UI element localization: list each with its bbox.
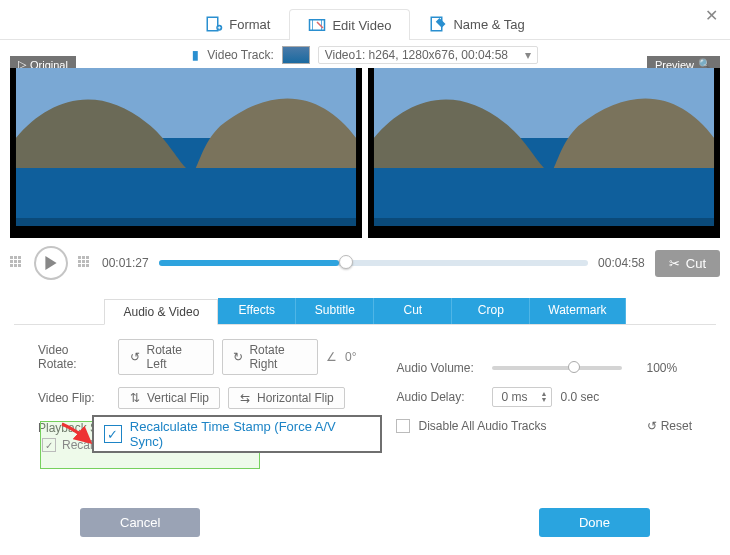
callout-checkbox[interactable]: ✓ [104,425,122,443]
tab-name-tag[interactable]: Name & Tag [410,8,543,39]
horizontal-flip-text: Horizontal Flip [257,391,334,405]
video-track-dropdown[interactable]: Video1: h264, 1280x676, 00:04:58 ▾ [318,46,538,64]
rotate-left-button[interactable]: ↺Rotate Left [118,339,214,375]
original-preview [10,68,362,238]
video-track-info: Video1: h264, 1280x676, 00:04:58 [325,48,508,62]
edited-preview [368,68,720,238]
cut-button[interactable]: ✂ Cut [655,250,720,277]
disable-audio-checkbox[interactable] [396,419,410,433]
done-button[interactable]: Done [539,508,650,537]
seek-knob[interactable] [339,255,353,269]
horizontal-flip-icon: ⇆ [239,392,251,404]
svg-rect-7 [16,218,356,226]
tab-name-tag-label: Name & Tag [453,17,524,32]
disable-audio-label: Disable All Audio Tracks [418,419,546,433]
subtab-crop[interactable]: Crop [452,298,530,324]
callout-overlay: ✓ Recalculate Time Stamp (Force A/V Sync… [92,415,382,453]
rotate-left-text: Rotate Left [147,343,203,371]
audio-volume-value: 100% [646,361,677,375]
subtab-watermark[interactable]: Watermark [530,298,625,324]
reset-button[interactable]: ↺Reset [647,419,692,433]
callout-text: Recalculate Time Stamp (Force A/V Sync) [130,419,370,449]
play-button[interactable] [34,246,68,280]
horizontal-flip-button[interactable]: ⇆Horizontal Flip [228,387,345,409]
play-bar: 00:01:27 00:04:58 ✂ Cut [0,238,730,290]
svg-rect-15 [714,68,720,238]
vertical-flip-icon: ⇅ [129,392,141,404]
time-current: 00:01:27 [102,256,149,270]
cancel-button[interactable]: Cancel [80,508,200,537]
svg-marker-16 [45,256,56,270]
svg-rect-0 [208,17,219,31]
format-icon [205,15,223,33]
subtab-effects[interactable]: Effects [218,298,296,324]
reset-icon: ↺ [647,419,657,433]
options-right-col: Audio Volume: 100% Audio Delay: 0 ms ▲▼ … [396,339,692,435]
scissors-icon: ✂ [669,256,680,271]
seek-bar[interactable] [159,260,588,266]
audio-delay-label: Audio Delay: [396,390,484,404]
svg-rect-2 [310,20,325,31]
angle-icon: ∠ [326,350,337,364]
tab-edit-video-label: Edit Video [332,18,391,33]
audio-delay-seconds: 0.0 sec [560,390,599,404]
subtab-audio-video[interactable]: Audio & Video [104,299,218,325]
audio-volume-label: Audio Volume: [396,361,484,375]
audio-delay-input[interactable]: 0 ms ▲▼ [492,387,552,407]
close-icon[interactable]: ✕ [705,6,718,25]
flip-label: Video Flip: [38,391,110,405]
grid-right-icon[interactable] [78,256,92,270]
footer-bar: Cancel Done [0,508,730,537]
reset-text: Reset [661,419,692,433]
subtab-bar: Audio & Video Effects Subtitle Cut Crop … [0,290,730,325]
rotate-right-icon: ↻ [233,351,243,363]
subtab-cut[interactable]: Cut [374,298,452,324]
film-icon: ▮ [192,48,199,62]
preview-pane [0,68,730,238]
chevron-down-icon: ▾ [525,48,531,62]
audio-delay-value: 0 ms [501,390,527,404]
video-track-row: ▮ Video Track: Video1: h264, 1280x676, 0… [0,40,730,68]
cut-button-label: Cut [686,256,706,271]
rotate-label: Video Rotate: [38,343,110,371]
angle-value: 0° [345,350,356,364]
svg-rect-9 [356,68,362,238]
video-track-label: Video Track: [207,48,273,62]
time-total: 00:04:58 [598,256,645,270]
rotate-right-text: Rotate Right [249,343,307,371]
volume-knob[interactable] [568,361,580,373]
name-tag-icon [429,15,447,33]
tab-edit-video[interactable]: Edit Video [289,9,410,40]
svg-rect-8 [10,68,16,238]
tab-format-label: Format [229,17,270,32]
vertical-flip-button[interactable]: ⇅Vertical Flip [118,387,220,409]
track-thumbnail [282,46,310,64]
grid-left-icon[interactable] [10,256,24,270]
tab-format[interactable]: Format [186,8,289,39]
spinner-icon[interactable]: ▲▼ [541,391,548,403]
rotate-right-button[interactable]: ↻Rotate Right [222,339,318,375]
checkbox-icon: ✓ [42,438,56,452]
edit-video-icon [308,16,326,34]
rotate-left-icon: ↺ [129,351,141,363]
svg-rect-14 [368,68,374,238]
subtab-subtitle[interactable]: Subtitle [296,298,374,324]
svg-rect-13 [374,218,714,226]
audio-volume-slider[interactable] [492,366,622,370]
top-tab-bar: Format Edit Video Name & Tag ✕ [0,0,730,40]
vertical-flip-text: Vertical Flip [147,391,209,405]
